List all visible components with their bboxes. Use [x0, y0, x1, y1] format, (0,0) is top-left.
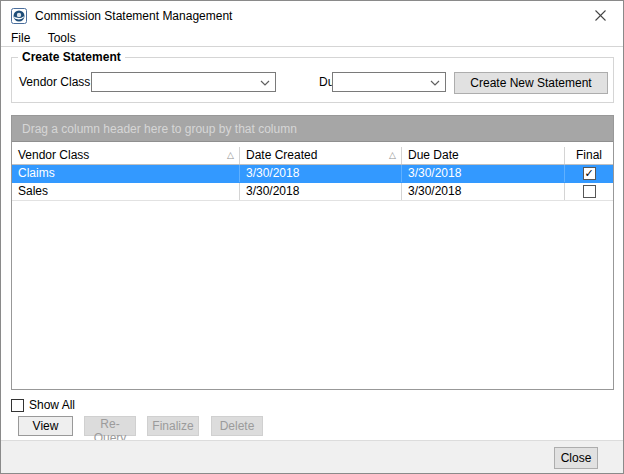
- column-header-vendor-class[interactable]: Vendor Class △: [12, 147, 240, 164]
- chevron-down-icon: [430, 80, 440, 86]
- menu-tools[interactable]: Tools: [48, 31, 76, 45]
- table-row[interactable]: Sales 3/30/2018 3/30/2018: [12, 183, 613, 201]
- cell-final: [565, 183, 613, 200]
- window-close-button[interactable]: [578, 1, 623, 30]
- cell-due-date: 3/30/2018: [402, 183, 565, 200]
- cell-vendor-class: Sales: [12, 183, 240, 200]
- finalize-button: Finalize: [147, 416, 199, 436]
- show-all-label: Show All: [29, 398, 75, 412]
- view-button[interactable]: View: [18, 416, 73, 436]
- app-icon: [11, 8, 27, 24]
- cell-date-created: 3/30/2018: [240, 165, 402, 182]
- create-new-statement-button[interactable]: Create New Statement: [454, 72, 608, 94]
- due-date-dropdown[interactable]: [332, 72, 446, 92]
- final-checkbox-checked[interactable]: ✓: [583, 167, 596, 180]
- sort-asc-icon: △: [227, 148, 234, 163]
- sort-asc-icon: △: [389, 148, 396, 163]
- vendor-class-dropdown[interactable]: [91, 72, 276, 92]
- cell-final: ✓: [565, 165, 613, 182]
- final-checkbox-unchecked[interactable]: [583, 185, 596, 198]
- re-query-button: Re-Query: [84, 416, 136, 436]
- close-button[interactable]: Close: [554, 447, 598, 469]
- commission-statement-window: Commission Statement Management File Too…: [0, 0, 624, 474]
- cell-due-date: 3/30/2018: [402, 165, 565, 182]
- menu-bar: File Tools: [1, 31, 623, 47]
- group-by-band[interactable]: Drag a column header here to group by th…: [12, 116, 613, 142]
- show-all-checkbox[interactable]: [11, 399, 24, 412]
- menu-file[interactable]: File: [11, 31, 30, 45]
- vendor-class-label: Vendor Class:: [19, 72, 94, 92]
- chevron-down-icon: [260, 80, 270, 86]
- column-header-due-date[interactable]: Due Date: [402, 147, 565, 164]
- grid-header-row: Vendor Class △ Date Created △ Due Date F…: [12, 147, 613, 165]
- cell-vendor-class: Claims: [12, 165, 240, 182]
- statements-grid: Drag a column header here to group by th…: [11, 115, 614, 390]
- column-header-final[interactable]: Final: [565, 147, 613, 164]
- cell-date-created: 3/30/2018: [240, 183, 402, 200]
- bottom-strip: Close: [1, 440, 623, 473]
- create-statement-group-label: Create Statement: [18, 50, 125, 64]
- column-header-date-created[interactable]: Date Created △: [240, 147, 402, 164]
- title-bar: Commission Statement Management: [1, 1, 623, 31]
- delete-button: Delete: [211, 416, 263, 436]
- window-title: Commission Statement Management: [35, 9, 232, 23]
- close-icon: [595, 10, 606, 21]
- table-row[interactable]: Claims 3/30/2018 3/30/2018 ✓: [12, 165, 613, 183]
